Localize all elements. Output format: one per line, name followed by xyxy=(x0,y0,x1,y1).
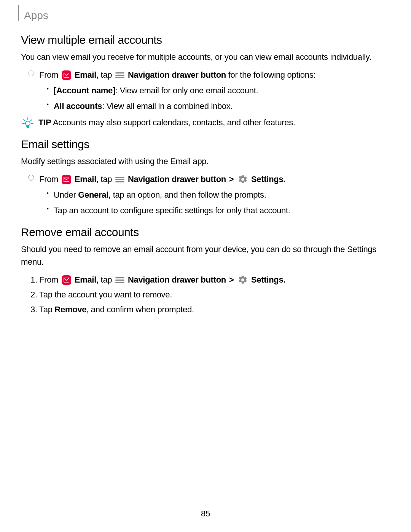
intro-email-settings: Modify settings associated with using th… xyxy=(21,155,387,168)
header: Apps xyxy=(21,8,387,21)
step-text-tap: , tap xyxy=(96,275,114,284)
gear-icon xyxy=(238,275,248,285)
bullet-2: Tap an account to configure specific set… xyxy=(54,206,290,215)
tip-body: Accounts may also support calendars, con… xyxy=(51,118,295,127)
step-text-nav: Navigation drawer button xyxy=(128,275,226,284)
step-text-settings: Settings xyxy=(251,275,283,284)
sub-bullets-1: [Account name]: View email for only one … xyxy=(39,84,387,112)
step-item: From Email, tap Navigation drawer button… xyxy=(21,273,387,286)
step-text-from: From xyxy=(39,275,61,284)
list-item: All accounts: View all email in a combin… xyxy=(39,100,387,112)
step-list-2: From Email, tap Navigation drawer button… xyxy=(21,173,387,217)
list-item: [Account name]: View email for only one … xyxy=(39,84,387,97)
step-text-email: Email xyxy=(75,70,96,80)
step-3-bold: Remove xyxy=(54,305,86,314)
hamburger-icon xyxy=(115,276,124,284)
svg-rect-9 xyxy=(64,177,69,182)
gear-icon xyxy=(238,174,248,184)
svg-rect-10 xyxy=(64,278,69,282)
step-text-nav: Navigation drawer button xyxy=(128,70,226,80)
step-item: From Email, tap Navigation drawer button… xyxy=(21,69,387,112)
sub-bullets-2: Under General, tap an option, and then f… xyxy=(39,189,387,217)
intro-remove-accounts: Should you need to remove an email accou… xyxy=(21,243,387,268)
bullet-1-bold: [Account name] xyxy=(54,86,115,95)
circle-bullet-icon xyxy=(28,70,34,76)
step-text-tail: for the following options: xyxy=(226,70,315,80)
tip-row: TIP Accounts may also support calendars,… xyxy=(21,116,387,129)
tip-text: TIP Accounts may also support calendars,… xyxy=(38,116,387,129)
bullet-1-b: , tap an option, and then follow the pro… xyxy=(108,190,266,200)
bullet-1-a: Under xyxy=(54,190,78,200)
intro-view-multiple: You can view email you receive for multi… xyxy=(21,51,387,63)
email-icon xyxy=(62,70,71,80)
step-3-b: , and confirm when prompted. xyxy=(86,305,194,314)
list-item: Tap an account to configure specific set… xyxy=(39,204,387,217)
bullet-1-rest: : View email for only one email account. xyxy=(115,86,258,95)
step-3-a: Tap xyxy=(39,305,54,314)
bullet-1-bold: General xyxy=(78,190,108,200)
svg-line-5 xyxy=(24,120,25,121)
bullet-2-rest: : View all email in a combined inbox. xyxy=(102,101,233,111)
bullet-2-bold: All accounts xyxy=(54,101,102,111)
svg-point-1 xyxy=(25,121,30,126)
lightbulb-icon xyxy=(22,117,34,129)
heading-remove-accounts: Remove email accounts xyxy=(21,224,387,241)
header-accent-bar xyxy=(18,5,19,21)
step-text-tap: , tap xyxy=(96,70,114,80)
step-item: Tap Remove, and confirm when prompted. xyxy=(21,303,387,316)
step-text-from: From xyxy=(39,174,61,184)
step-item: From Email, tap Navigation drawer button… xyxy=(21,173,387,217)
email-icon xyxy=(62,175,71,184)
hamburger-icon xyxy=(115,176,124,183)
step-text-nav: Navigation drawer button xyxy=(128,174,226,184)
step-item: Tap the account you want to remove. xyxy=(21,288,387,301)
step-text-from: From xyxy=(39,70,61,80)
svg-rect-0 xyxy=(64,73,69,77)
step-text-period: . xyxy=(283,275,285,284)
circle-bullet-icon xyxy=(28,175,34,181)
step-text-gt: > xyxy=(227,174,236,184)
step-text-email: Email xyxy=(75,174,96,184)
email-icon xyxy=(62,275,71,285)
step-list-1: From Email, tap Navigation drawer button… xyxy=(21,69,387,112)
hamburger-icon xyxy=(115,71,124,79)
step-text-gt: > xyxy=(227,275,236,284)
heading-email-settings: Email settings xyxy=(21,136,387,153)
tip-label: TIP xyxy=(38,118,51,127)
step-text-email: Email xyxy=(75,275,96,284)
step-text-tap: , tap xyxy=(96,174,114,184)
page-number: 85 xyxy=(0,507,411,520)
step-text-period: . xyxy=(283,174,285,184)
heading-view-multiple: View multiple email accounts xyxy=(21,31,387,48)
step-text-settings: Settings xyxy=(251,174,283,184)
list-item: Under General, tap an option, and then f… xyxy=(39,189,387,201)
header-title: Apps xyxy=(24,8,387,24)
step-2-text: Tap the account you want to remove. xyxy=(39,290,172,299)
svg-line-6 xyxy=(31,120,32,121)
ordered-step-list: From Email, tap Navigation drawer button… xyxy=(21,273,387,316)
